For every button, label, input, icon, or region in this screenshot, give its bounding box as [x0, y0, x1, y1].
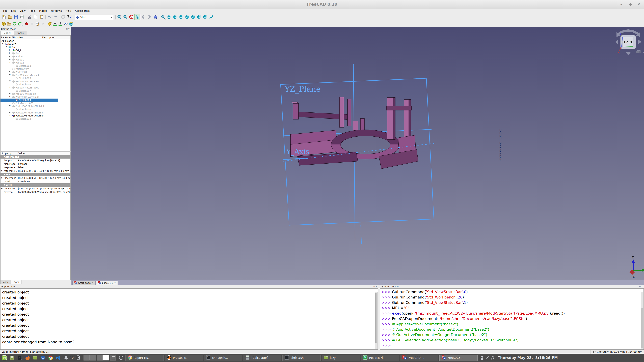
mint-menu-launcher[interactable]: lm	[1, 355, 8, 361]
view-top-button[interactable]	[178, 14, 184, 20]
expander-icon[interactable]: ▶	[9, 49, 10, 51]
tree-item-polarpattern[interactable]: PolarPattern	[0, 67, 70, 70]
close-pane-icon[interactable]: ✕	[376, 285, 378, 288]
view-isometric-button[interactable]	[166, 14, 172, 20]
property-row-label[interactable]: LabelSketch009	[0, 180, 70, 183]
float-pane-icon[interactable]: ⧉	[66, 28, 68, 30]
close-button[interactable]: ✕	[636, 2, 641, 7]
view-front-button[interactable]	[172, 14, 178, 20]
tag-yellow-button[interactable]: ▾	[47, 21, 52, 27]
report-scrollbar[interactable]	[375, 292, 378, 349]
copy-button[interactable]	[33, 14, 39, 20]
workspace-4-current[interactable]	[103, 355, 109, 361]
property-row-map-reve-[interactable]: Map Reve...false	[0, 166, 70, 169]
property-row-map-mode[interactable]: Map ModeFlatFace	[0, 162, 70, 166]
rotate-view-button[interactable]: ▾	[152, 14, 158, 20]
menu-view[interactable]: View	[18, 9, 28, 12]
taskbar-window-freecad-[interactable]: FreeCAD ...	[400, 355, 438, 361]
property-value[interactable]: Pad006 (Pad006 Wireguide) [Face27]	[18, 159, 70, 162]
3d-viewport[interactable]: YZ_Plane Y_Axis XY_Plane RIGHT Z Y X	[71, 27, 644, 280]
workbench-selector[interactable]: Start ▼	[75, 14, 113, 20]
expander-icon[interactable]: ▶	[9, 92, 10, 94]
firefox-launcher[interactable]	[24, 355, 31, 361]
property-value[interactable]: Pad006 (Pad006 Wireguide) [Edge125, Edge…	[18, 190, 70, 194]
tab-data[interactable]: Data	[11, 280, 22, 284]
open-folder-button[interactable]	[6, 21, 12, 27]
fit-selection-button[interactable]	[122, 14, 128, 20]
tree-item-body[interactable]: ▼Body	[0, 45, 70, 49]
merge-import-button[interactable]	[52, 21, 58, 27]
tree-item-sketch007[interactable]: Sketch007	[0, 89, 70, 92]
tree-item-pocket001[interactable]: ▶Pocket001	[0, 70, 70, 74]
undo-button[interactable]: ▾	[46, 14, 52, 20]
property-value[interactable]: [(0.58 0.58 0.58); 120.00 °; (2.50 mm 0.…	[18, 176, 70, 180]
note-icon[interactable]	[491, 356, 494, 360]
menu-tools[interactable]: Tools	[28, 9, 38, 12]
taskbar-window-lazy[interactable]: lazy	[322, 355, 360, 361]
title-bar[interactable]: FreeCAD 0.19 – + ✕	[0, 0, 644, 9]
tab-view[interactable]: View	[0, 280, 11, 284]
close-tab-icon[interactable]: ✕	[114, 282, 116, 284]
macro-edit-button[interactable]	[35, 21, 40, 27]
view-right-button[interactable]	[184, 14, 190, 20]
float-pane-icon[interactable]: ⧉	[639, 285, 641, 288]
workspace-2[interactable]	[90, 355, 96, 361]
expander-icon[interactable]: ▼	[9, 96, 10, 97]
property-group-attachment[interactable]: Attachment	[0, 155, 70, 159]
view-rear-button[interactable]	[190, 14, 196, 20]
tree-item-sketch005[interactable]: Sketch005	[0, 77, 70, 80]
expander-icon[interactable]: ▼	[9, 114, 10, 116]
tree-item-sketch009[interactable]: Sketch009	[0, 98, 70, 102]
property-value[interactable]: [(0.00 0.00 1.00); 0.00 °; (0.00 mm 0.00…	[18, 169, 70, 173]
menu-file[interactable]: File	[1, 9, 9, 12]
tree-item-pad002[interactable]: ▼Pad002	[0, 61, 70, 64]
property-value[interactable]: [5.00 mm;9.00 mm;6.00 mm;2.10 mm;3.03 m.…	[18, 187, 70, 190]
expander-icon[interactable]: ▶	[1, 170, 2, 172]
tree-item-pad003-motorbracea[interactable]: ▼Pad003 MotorBraceA	[0, 74, 70, 77]
taskbar-window-prusaslic-[interactable]: PrusaSlic...	[165, 355, 203, 361]
expander-icon[interactable]: ▶	[9, 58, 10, 60]
navigation-style-selector[interactable]: Gesture▼	[590, 350, 608, 354]
view-bottom-button[interactable]	[196, 14, 202, 20]
tree-item-pad[interactable]: ▶Pad	[0, 52, 70, 55]
menu-accessories[interactable]: Accessories	[73, 9, 92, 12]
tree-item-application[interactable]: Application	[0, 39, 70, 42]
tree-item-pocket004-motorbnutslot[interactable]: ▶Pocket004 MotorBNutSlot	[0, 111, 70, 114]
macro-play-button[interactable]	[40, 21, 46, 27]
property-group-base[interactable]: Base	[0, 173, 70, 176]
clock-icon[interactable]	[118, 355, 124, 361]
tab-model[interactable]: Model	[0, 31, 14, 35]
tree-item-sketch003[interactable]: Sketch003	[0, 64, 70, 67]
part-box-cyan-button[interactable]	[68, 21, 74, 27]
tree-item-sketch012[interactable]: Sketch012	[0, 117, 70, 120]
new-document-button[interactable]	[1, 14, 7, 20]
terminal-launcher[interactable]: >_	[16, 355, 23, 361]
cut-button[interactable]	[27, 14, 33, 20]
expander-icon[interactable]: ▶	[1, 177, 2, 179]
menu-windows[interactable]: Windows	[49, 9, 64, 12]
property-value[interactable]: FlatFace	[18, 162, 70, 166]
phone-icon[interactable]	[75, 355, 82, 361]
expander-icon[interactable]: ▶	[9, 55, 10, 57]
property-row-attachme-[interactable]: ▶Attachme...[(0.00 0.00 1.00); 0.00 °; (…	[0, 169, 70, 173]
redo-button[interactable]: ▾	[52, 14, 58, 20]
property-value[interactable]: Sketch009	[18, 180, 70, 183]
tree-item-pocket[interactable]: ▶Pocket	[0, 55, 70, 58]
tree-item-polarpattern001[interactable]: PolarPattern001	[0, 102, 70, 105]
measure-button[interactable]	[208, 14, 214, 20]
taskbar-window--calculator-[interactable]: 0.[Calculator]	[243, 355, 282, 361]
close-pane-icon[interactable]: ✕	[68, 28, 70, 30]
taskbar-clock[interactable]: Thursday May 28, 3:16:26 PM	[498, 356, 558, 360]
menu-help[interactable]: Help	[64, 9, 73, 12]
nav-back-button[interactable]	[140, 14, 146, 20]
mdi-tab-base2-1[interactable]: base2 : 1✕	[96, 281, 118, 285]
tab-tasks[interactable]: Tasks	[14, 31, 27, 35]
property-row-external-[interactable]: External ...Pad006 (Pad006 Wireguide) [E…	[0, 190, 70, 194]
property-group-sketch[interactable]: Sketch	[0, 183, 70, 187]
nav-cube-face-label[interactable]: RIGHT	[624, 41, 632, 44]
taskbar-window-readmefi-[interactable]: VReadMeFi...	[361, 355, 399, 361]
save-document-button[interactable]	[13, 14, 19, 20]
mdi-tab-start-page[interactable]: Start page✕	[72, 281, 96, 285]
draw-style-button[interactable]: ▾	[128, 14, 134, 20]
workspace-3[interactable]	[96, 355, 103, 361]
